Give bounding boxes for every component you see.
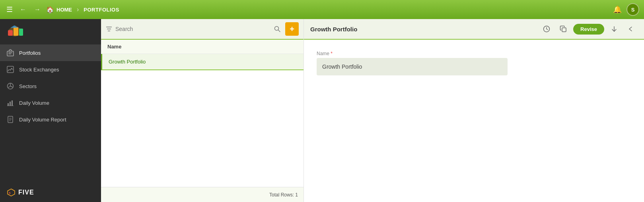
sidebar: Portfolios Stock Exchanges (0, 19, 101, 202)
history-button[interactable] (540, 24, 553, 34)
sidebar-item-daily-volume-report[interactable]: Daily Volume Report (0, 111, 101, 128)
topbar: ☰ ← → 🏠 HOME › PORTFOLIOS 🔔 S (0, 0, 644, 19)
five-logo-icon: 5 (6, 188, 16, 197)
daily-volume-report-icon (6, 115, 14, 123)
list-footer: Total Rows: 1 (101, 187, 304, 202)
avatar[interactable]: S (626, 3, 639, 16)
svg-marker-4 (10, 25, 18, 28)
svg-rect-3 (19, 29, 23, 36)
list-header: Name (101, 40, 304, 54)
svg-rect-7 (8, 54, 11, 54)
sidebar-item-daily-volume[interactable]: Daily Volume (0, 94, 101, 111)
svg-rect-6 (8, 52, 12, 53)
five-logo-text: FIVE (18, 189, 34, 196)
current-page-label: PORTFOLIOS (84, 7, 119, 13)
five-logo: 5 FIVE (6, 188, 34, 197)
sectors-icon (6, 82, 14, 90)
svg-text:5: 5 (9, 191, 11, 195)
detail-body: Name * Growth Portfolio (304, 40, 644, 202)
bell-icon[interactable]: 🔔 (613, 5, 622, 14)
sidebar-daily-volume-report-label: Daily Volume Report (19, 117, 66, 123)
breadcrumb-separator: › (77, 6, 79, 13)
home-label: HOME (56, 7, 72, 13)
svg-rect-2 (14, 27, 18, 36)
home-icon: 🏠 (46, 6, 54, 13)
svg-rect-1 (8, 30, 13, 36)
svg-rect-26 (562, 28, 566, 32)
list-item[interactable]: Growth Portfolio (101, 54, 304, 70)
revise-button[interactable]: Revise (573, 24, 604, 35)
search-input[interactable] (115, 26, 269, 32)
sidebar-item-portfolios[interactable]: Portfolios (0, 44, 101, 61)
filter-icon[interactable] (106, 26, 112, 32)
svg-line-24 (278, 30, 280, 32)
sidebar-portfolios-label: Portfolios (19, 50, 41, 56)
sidebar-logo (0, 19, 101, 43)
sidebar-sectors-label: Sectors (19, 83, 37, 89)
total-rows-label: Total Rows: 1 (269, 192, 298, 198)
sidebar-nav: Portfolios Stock Exchanges (0, 43, 101, 183)
sidebar-item-stock-exchanges[interactable]: Stock Exchanges (0, 61, 101, 78)
svg-rect-11 (10, 102, 11, 106)
daily-volume-icon (6, 99, 14, 107)
content-area: + Name Growth Portfolio Total Rows: 1 Gr… (101, 19, 644, 202)
sidebar-daily-volume-label: Daily Volume (19, 100, 49, 106)
forward-button[interactable]: → (32, 4, 43, 15)
list-body: Growth Portfolio (101, 54, 304, 187)
stock-exchanges-icon (6, 65, 14, 73)
list-item-name: Growth Portfolio (109, 59, 146, 65)
sidebar-footer: 5 FIVE (0, 183, 101, 202)
detail-title: Growth Portfolio (310, 26, 537, 33)
name-column-header: Name (107, 44, 121, 50)
sidebar-stock-exchanges-label: Stock Exchanges (19, 67, 59, 73)
home-nav[interactable]: 🏠 HOME (46, 6, 72, 13)
download-button[interactable] (607, 24, 621, 34)
field-group: Name * Growth Portfolio (317, 51, 508, 75)
portfolios-icon (6, 49, 14, 57)
field-label: Name * (317, 51, 508, 56)
main-layout: Portfolios Stock Exchanges (0, 19, 644, 202)
detail-panel: Growth Portfolio Revise (304, 19, 644, 202)
add-button[interactable]: + (285, 22, 299, 36)
back-panel-button[interactable] (624, 24, 638, 34)
search-button[interactable] (272, 24, 282, 34)
detail-toolbar: Growth Portfolio Revise (304, 19, 644, 40)
list-toolbar: + (101, 19, 304, 40)
app-logo-icon (6, 24, 24, 38)
required-marker: * (329, 51, 333, 56)
list-panel: + Name Growth Portfolio Total Rows: 1 (101, 19, 304, 202)
svg-rect-12 (12, 100, 13, 106)
topbar-right: 🔔 S (613, 3, 639, 16)
copy-button[interactable] (556, 24, 570, 34)
back-button[interactable]: ← (18, 4, 29, 15)
sidebar-item-sectors[interactable]: Sectors (0, 78, 101, 94)
svg-rect-10 (8, 103, 9, 106)
menu-hamburger-icon[interactable]: ☰ (5, 4, 14, 15)
field-value: Growth Portfolio (317, 58, 508, 75)
